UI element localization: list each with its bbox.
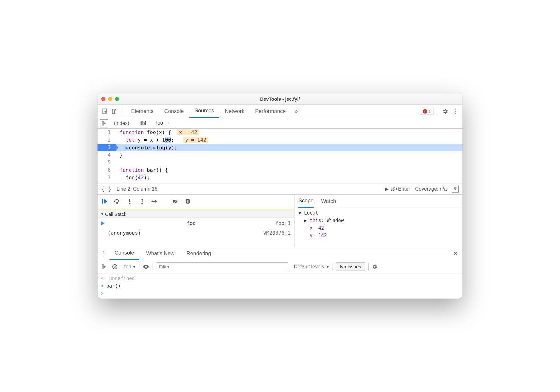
step-into-icon[interactable] (126, 198, 133, 205)
svg-rect-3 (102, 121, 104, 125)
code-line-execution: console.log(y); (115, 144, 462, 151)
code-line (115, 159, 462, 166)
toggle-console-sidebar-icon[interactable] (101, 263, 109, 271)
inline-value-hint: y = 142 (183, 137, 208, 143)
run-snippet-button[interactable]: ▶ ⌘+Enter (385, 186, 410, 192)
live-expression-icon[interactable] (143, 264, 149, 269)
inspect-icon[interactable] (100, 107, 109, 116)
cursor-position: Line 2, Column 16 (117, 186, 158, 192)
svg-line-15 (113, 265, 116, 268)
drawer-tabbar: ⋮ Console What's New Rendering ✕ (98, 247, 462, 260)
resume-icon[interactable] (101, 198, 108, 205)
call-stack-frame[interactable]: foo foo:3 (98, 218, 294, 228)
line-number[interactable]: 2 (98, 136, 115, 144)
collapse-icon: ▼ (101, 212, 104, 216)
close-drawer-icon[interactable]: ✕ (451, 250, 460, 257)
step-icon[interactable] (151, 198, 159, 205)
svg-point-6 (116, 202, 118, 204)
drawer-tab-whats-new[interactable]: What's New (141, 247, 179, 260)
line-number[interactable]: 6 (98, 166, 115, 174)
svg-rect-12 (188, 200, 189, 203)
tab-scope[interactable]: Scope (298, 195, 313, 208)
drawer-tab-console[interactable]: Console (109, 247, 139, 260)
execution-context-selector[interactable]: top ▼ (124, 264, 136, 270)
scope-variables: ▼ Local ▶ this: Window x: 42 y: 142 (294, 208, 462, 241)
debugger-pane: ▼ Call Stack foo foo:3 (anonymous) VM203… (98, 195, 462, 247)
console-settings-icon[interactable] (372, 264, 378, 270)
call-stack-frame[interactable]: (anonymous) VM20376:1 (98, 228, 294, 238)
code-editor[interactable]: 1 function foo(x) { x = 42 2 let y = x +… (98, 129, 462, 183)
settings-icon[interactable] (440, 107, 450, 116)
svg-rect-4 (454, 188, 456, 188)
file-tabbar: (index) dbl foo ✕ (98, 118, 462, 129)
svg-point-9 (152, 200, 153, 202)
file-tab-dbl[interactable]: dbl (135, 118, 150, 128)
pause-on-exceptions-icon[interactable] (184, 198, 192, 205)
file-tab-index[interactable]: (index) (109, 118, 134, 128)
issues-button[interactable]: No Issues (336, 262, 365, 271)
tab-performance[interactable]: Performance (250, 105, 291, 118)
close-file-tab-icon[interactable]: ✕ (166, 120, 170, 126)
titlebar: DevTools - jec.fyi/ (98, 93, 462, 105)
main-tabbar: Elements Console Sources Network Perform… (98, 105, 462, 118)
kebab-menu-icon[interactable]: ⋮ (451, 107, 460, 116)
debugger-toolbar (98, 195, 294, 208)
error-icon: × (423, 109, 427, 114)
drawer-menu-icon[interactable]: ⋮ (100, 250, 108, 257)
devtools-window: DevTools - jec.fyi/ Elements Console Sou… (98, 93, 462, 299)
editor-statusbar: { } Line 2, Column 16 ▶ ⌘+Enter Coverage… (98, 183, 462, 195)
svg-rect-2 (115, 110, 117, 114)
step-marker-icon (126, 147, 128, 150)
step-over-icon[interactable] (113, 198, 121, 205)
console-prompt[interactable]: > (101, 290, 459, 297)
coverage-status: Coverage: n/a (415, 186, 447, 192)
code-line: foo(42); (115, 174, 462, 182)
drawer-tab-rendering[interactable]: Rendering (182, 247, 216, 260)
line-number[interactable]: 5 (98, 159, 115, 166)
error-count-badge[interactable]: × 1 (420, 108, 434, 115)
show-navigator-icon[interactable] (100, 119, 108, 127)
svg-rect-5 (102, 199, 103, 204)
tab-sources[interactable]: Sources (189, 105, 219, 118)
deactivate-breakpoints-icon[interactable] (171, 198, 179, 205)
log-levels-selector[interactable]: Default levels ▼ (294, 264, 329, 270)
tab-elements[interactable]: Elements (126, 105, 159, 118)
code-line: function bar() { (115, 166, 462, 174)
coverage-dropdown-icon[interactable] (452, 186, 459, 193)
window-title: DevTools - jec.fyi/ (98, 96, 462, 102)
line-number[interactable]: 7 (98, 174, 115, 182)
line-number[interactable]: 4 (98, 151, 115, 159)
svg-point-16 (145, 266, 147, 268)
scope-variable[interactable]: x: 42 (298, 224, 459, 232)
pretty-print-icon[interactable]: { } (101, 186, 112, 192)
tab-network[interactable]: Network (220, 105, 249, 118)
call-stack-header[interactable]: ▼ Call Stack (98, 210, 294, 218)
tab-watch[interactable]: Watch (321, 195, 336, 208)
console-line: > bar() (101, 282, 459, 290)
step-marker-icon (153, 147, 156, 150)
error-count: 1 (428, 109, 431, 114)
tab-console[interactable]: Console (159, 105, 189, 118)
scope-variable[interactable]: ▶ this: Window (298, 217, 459, 224)
console-filter-input[interactable] (156, 262, 288, 271)
console-toolbar: top ▼ Default levels ▼ No Issues (98, 260, 462, 273)
code-line: } (115, 151, 462, 159)
svg-rect-11 (187, 200, 188, 203)
file-tab-foo[interactable]: foo ✕ (152, 118, 174, 128)
scope-watch-tabs: Scope Watch (294, 195, 462, 208)
breakpoint-line-number[interactable]: 3 (98, 144, 115, 151)
svg-rect-13 (102, 265, 104, 269)
console-output[interactable]: <· undefined > bar() > (98, 273, 462, 299)
scope-group[interactable]: ▼ Local (298, 209, 459, 217)
console-line: <· undefined (101, 275, 459, 282)
scope-variable[interactable]: y: 142 (298, 232, 459, 239)
device-toggle-icon[interactable] (110, 107, 120, 116)
svg-point-8 (142, 203, 143, 204)
code-line: function foo(x) { x = 42 (115, 129, 462, 136)
more-tabs-icon[interactable]: » (291, 107, 301, 116)
code-line: let y = x + 100; y = 142 (115, 136, 462, 144)
inline-value-hint: x = 42 (177, 129, 199, 135)
step-out-icon[interactable] (138, 198, 146, 205)
clear-console-icon[interactable] (112, 264, 118, 270)
line-number[interactable]: 1 (98, 129, 115, 136)
